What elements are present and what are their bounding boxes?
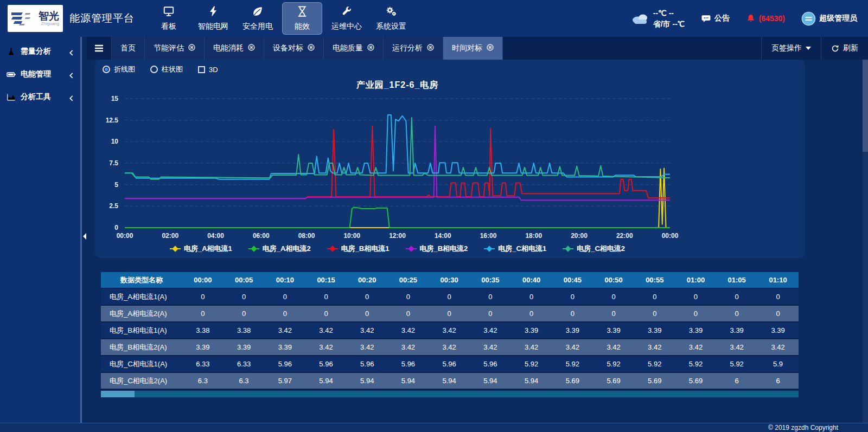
value-cell: 5.96 xyxy=(429,356,470,372)
scrollbar-thumb[interactable] xyxy=(101,391,135,397)
value-cell: 5.96 xyxy=(264,356,305,372)
table-row[interactable]: 电房_C相电流2(A)6.36.35.975.945.945.945.945.9… xyxy=(101,372,799,389)
table-row[interactable]: 电房_B相电流2(A)3.393.393.393.423.423.423.423… xyxy=(101,339,799,356)
value-cell: 5.94 xyxy=(511,372,552,389)
table-horizontal-scrollbar[interactable] xyxy=(101,391,799,397)
value-cell: 3.42 xyxy=(347,322,388,339)
svg-text:08:00: 08:00 xyxy=(298,232,315,240)
tab-close-icon[interactable] xyxy=(427,44,434,53)
value-cell: 0 xyxy=(182,288,224,305)
legend-item-6[interactable]: 电房_C相电流2 xyxy=(563,244,625,254)
value-cell: 3.39 xyxy=(716,322,757,339)
radio-icon xyxy=(150,66,158,73)
value-cell: 3.39 xyxy=(634,322,675,339)
legend-item-2[interactable]: 电房_A相电流2 xyxy=(248,244,311,254)
table-header-cell: 00:50 xyxy=(593,272,634,288)
legend-label: 电房_B相电流1 xyxy=(341,244,390,254)
user-menu[interactable]: 超级管理员 xyxy=(801,11,857,26)
value-cell: 3.42 xyxy=(264,322,305,339)
value-cell: 0 xyxy=(757,288,799,305)
value-cell: 0 xyxy=(675,288,717,305)
legend-marker-icon xyxy=(170,246,181,252)
table-row[interactable]: 电房_A相电流2(A)000000000000000 xyxy=(101,305,799,322)
alarm-button[interactable]: (64530) xyxy=(746,14,785,23)
svg-text:20:00: 20:00 xyxy=(571,232,588,240)
value-cell: 0 xyxy=(347,288,388,305)
sidebar-item-3[interactable]: 分析工具 xyxy=(0,86,80,108)
chart-type-line-radio[interactable]: 折线图 xyxy=(103,65,135,74)
tab-close-icon[interactable] xyxy=(308,44,315,53)
three-d-checkbox[interactable]: 3D xyxy=(198,66,218,74)
tab-7[interactable]: 时间对标 xyxy=(443,37,503,60)
vertical-scrollbar-thumb[interactable] xyxy=(863,60,868,152)
tab-close-icon[interactable] xyxy=(487,44,494,53)
nav-item-2[interactable]: 智能电网 xyxy=(193,2,233,35)
table-header-cell: 00:45 xyxy=(552,272,593,288)
value-cell: 3.42 xyxy=(305,322,347,339)
table-row[interactable]: 电房_A相电流1(A)000000000000000 xyxy=(101,288,799,305)
chart-type-bar-radio[interactable]: 柱状图 xyxy=(150,65,183,74)
nav-item-3[interactable]: 安全用电 xyxy=(238,2,278,35)
announcement-button[interactable]: 公告 xyxy=(701,14,730,24)
speech-bubble-icon xyxy=(701,14,711,24)
tab-close-icon[interactable] xyxy=(188,44,195,53)
value-cell: 3.42 xyxy=(429,339,470,356)
tab-4[interactable]: 设备对标 xyxy=(264,37,324,60)
svg-text:18:00: 18:00 xyxy=(525,232,542,240)
chart-tools-icon xyxy=(7,93,16,102)
tab-close-icon[interactable] xyxy=(248,44,255,53)
tab-operations-dropdown[interactable]: 页签操作 xyxy=(761,37,821,60)
nav-item-label: 安全用电 xyxy=(242,22,273,31)
value-cell: 5.92 xyxy=(593,356,634,372)
nav-item-4[interactable]: 能效 xyxy=(282,2,322,35)
tab-3[interactable]: 电能消耗 xyxy=(205,37,264,60)
legend-item-4[interactable]: 电房_B相电流2 xyxy=(406,244,468,254)
value-cell: 5.96 xyxy=(347,356,388,372)
nav-item-label: 能效 xyxy=(295,22,310,31)
value-cell: 5.96 xyxy=(305,356,347,372)
tab-5[interactable]: 电能质量 xyxy=(324,37,384,60)
cloud-icon xyxy=(631,12,649,24)
content-vertical-scrollbar[interactable] xyxy=(863,60,868,423)
sidebar-collapse-handle[interactable] xyxy=(83,233,86,240)
value-cell: 5.9 xyxy=(757,356,799,372)
value-cell: 0 xyxy=(757,305,799,322)
sidebar-item-1[interactable]: 需量分析 xyxy=(0,40,80,63)
legend-item-1[interactable]: 电房_A相电流1 xyxy=(170,244,232,254)
nav-item-5[interactable]: 运维中心 xyxy=(327,2,367,35)
value-cell: 3.39 xyxy=(224,339,265,356)
copyright-text: © 2019 zgzdh Copyright xyxy=(768,424,838,431)
value-cell: 0 xyxy=(634,288,675,305)
nav-item-1[interactable]: 看板 xyxy=(149,2,189,35)
table-header-cell: 00:30 xyxy=(429,272,470,288)
tab-2[interactable]: 节能评估 xyxy=(145,37,205,60)
weather-widget: --℃ -- 省/市 --℃ xyxy=(631,8,685,30)
value-cell: 5.94 xyxy=(470,372,511,389)
legend-label: 电房_A相电流2 xyxy=(263,244,311,254)
nav-item-6[interactable]: 系统设置 xyxy=(371,2,411,35)
table-row[interactable]: 电房_C相电流1(A)6.336.335.965.965.965.965.965… xyxy=(101,356,799,372)
table-row[interactable]: 电房_B相电流1(A)3.383.383.423.423.423.423.423… xyxy=(101,322,799,339)
sidebar-splitter[interactable] xyxy=(80,37,87,423)
legend-item-3[interactable]: 电房_B相电流1 xyxy=(327,244,390,254)
nav-item-label: 智能电网 xyxy=(198,22,228,31)
tab-1[interactable]: 首页 xyxy=(112,37,145,60)
refresh-button[interactable]: 刷新 xyxy=(821,37,868,60)
table-header-cell: 00:15 xyxy=(305,272,347,288)
value-cell: 0 xyxy=(716,288,757,305)
value-cell: 0 xyxy=(634,305,675,322)
user-name: 超级管理员 xyxy=(819,14,857,23)
menu-toggle-button[interactable] xyxy=(87,37,112,60)
value-cell: 6.33 xyxy=(224,356,265,372)
data-table: 数据类型名称00:0000:0500:1000:1500:2000:2500:3… xyxy=(101,272,799,390)
value-cell: 0 xyxy=(429,288,470,305)
chevron-left-icon xyxy=(69,72,74,78)
sidebar-item-2[interactable]: 电能管理 xyxy=(0,63,80,86)
value-cell: 5.97 xyxy=(264,372,305,389)
tab-close-icon[interactable] xyxy=(367,44,374,53)
value-cell: 3.42 xyxy=(305,339,347,356)
legend-item-5[interactable]: 电房_C相电流1 xyxy=(484,244,546,254)
bolt-icon xyxy=(207,5,219,19)
tab-6[interactable]: 运行分析 xyxy=(384,37,443,60)
sidebar-item-label: 需量分析 xyxy=(21,47,51,56)
